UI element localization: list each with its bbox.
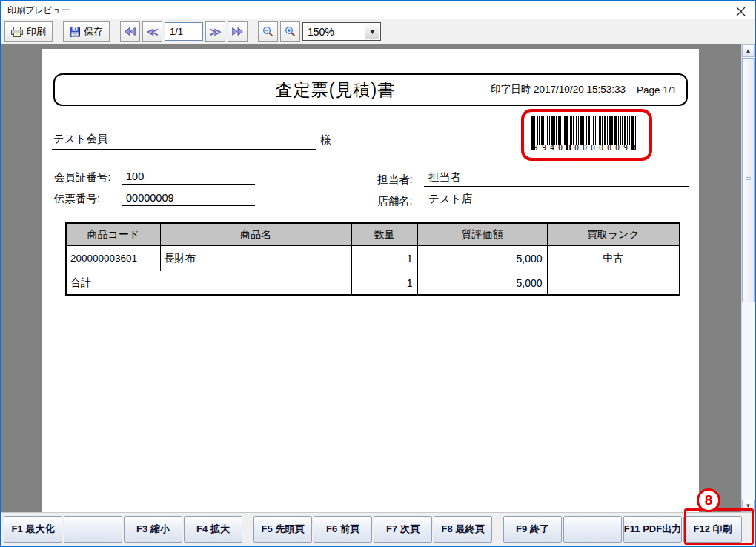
printer-icon — [11, 27, 23, 37]
page-number-field[interactable]: 1/1 — [165, 22, 203, 41]
combo-dropdown-arrow-icon[interactable]: ▼ — [365, 24, 379, 39]
fkey-f10-empty[interactable] — [563, 516, 622, 543]
document-page: 査定票(見積)書 印字日時 2017/10/20 15:53:33 Page 1… — [42, 49, 699, 512]
staff-label: 担当者: — [377, 173, 424, 187]
next-page-icon: ≫ — [210, 26, 222, 37]
print-preview-window: 印刷プレビュー 印刷 — [0, 0, 756, 547]
scrollbar-thumb-grip — [746, 177, 751, 183]
zoom-in-button[interactable] — [280, 21, 300, 42]
slip-no-value: 00000009 — [122, 192, 255, 206]
fkey-f1-maximize[interactable]: F1 最大化 — [4, 516, 62, 543]
preview-area: 査定票(見積)書 印字日時 2017/10/20 15:53:33 Page 1… — [1, 44, 755, 512]
scrollbar-down-arrow-icon[interactable]: ▼ — [742, 500, 755, 512]
document-header-box: 査定票(見積)書 印字日時 2017/10/20 15:53:33 Page 1… — [53, 73, 688, 106]
col-header-product-code: 商品コード — [66, 223, 160, 246]
total-quantity: 1 — [351, 271, 417, 296]
floppy-disk-icon — [70, 27, 80, 37]
cell-product-code: 200000003601 — [66, 246, 160, 271]
next-page-button[interactable]: ≫ — [205, 21, 225, 42]
save-button[interactable]: 保存 — [63, 21, 110, 42]
print-button-label: 印刷 — [27, 25, 46, 39]
honorific-label: 様 — [320, 133, 331, 147]
fkey-f6-prev-page[interactable]: F6 前頁 — [314, 516, 372, 543]
window-title: 印刷プレビュー — [7, 4, 70, 17]
col-header-product-name: 商品名 — [160, 223, 351, 246]
zoom-level-value: 150% — [308, 26, 334, 38]
barcode-highlight-annotation: 9940000000093 — [521, 109, 652, 161]
last-page-icon — [232, 27, 243, 36]
scrollbar-thumb[interactable] — [742, 58, 755, 302]
fkey-f8-last-page[interactable]: F8 最終頁 — [434, 516, 492, 543]
store-label: 店舗名: — [377, 194, 424, 208]
prev-page-icon: ≪ — [147, 26, 159, 37]
staff-value: 担当者 — [424, 170, 689, 187]
page-number-value: 1/1 — [170, 26, 183, 37]
cell-appraisal-value: 5,000 — [417, 246, 547, 271]
items-table: 商品コード 商品名 数量 質評価額 買取ランク 200000003601 長財布… — [65, 222, 680, 296]
barcode-digits: 9940000000093 — [534, 144, 640, 152]
col-header-purchase-rank: 買取ランク — [547, 223, 680, 246]
total-label: 合計 — [66, 271, 351, 296]
total-rank-empty-cell — [547, 271, 680, 296]
fkey-f4-zoom-in[interactable]: F4 拡大 — [184, 516, 242, 543]
cell-product-name: 長財布 — [160, 246, 351, 271]
member-name: テスト会員 — [53, 133, 108, 145]
document-meta: 印字日時 2017/10/20 15:53:33 Page 1/1 — [491, 75, 677, 105]
first-page-button[interactable] — [120, 21, 140, 42]
store-field: 店舗名: テスト店 — [377, 192, 689, 208]
table-row: 200000003601 長財布 1 5,000 中古 — [66, 246, 680, 271]
slip-no-label: 伝票番号: — [54, 192, 122, 206]
member-no-value: 100 — [122, 170, 255, 185]
prev-page-button[interactable]: ≪ — [142, 21, 162, 42]
fkey-f9-exit[interactable]: F9 終了 — [503, 516, 562, 543]
first-page-icon — [125, 27, 136, 36]
zoom-level-select[interactable]: 150% ▼ — [302, 22, 381, 41]
cell-quantity: 1 — [351, 246, 417, 271]
last-page-button[interactable] — [228, 21, 248, 42]
save-button-label: 保存 — [84, 25, 103, 39]
close-button[interactable] — [735, 5, 746, 17]
close-icon — [736, 7, 746, 16]
slip-no-field: 伝票番号: 00000009 — [54, 192, 255, 206]
title-bar: 印刷プレビュー — [1, 1, 755, 19]
zoom-out-icon — [262, 26, 273, 37]
fkey-f2-empty[interactable] — [64, 516, 122, 543]
store-value: テスト店 — [424, 192, 689, 208]
print-button[interactable]: 印刷 — [4, 21, 53, 42]
member-no-field: 会員証番号: 100 — [54, 170, 255, 185]
items-table-header-row: 商品コード 商品名 数量 質評価額 買取ランク — [66, 223, 680, 246]
toolbar: 印刷 保存 ≪ 1/1 ≫ — [1, 19, 755, 44]
print-datetime: 印字日時 2017/10/20 15:53:33 — [491, 83, 626, 96]
total-appraisal-value: 5,000 — [417, 271, 547, 296]
fkey-f3-zoom-out[interactable]: F3 縮小 — [124, 516, 182, 543]
function-key-bar: F1 最大化 F3 縮小 F4 拡大 F5 先頭頁 F6 前頁 F7 次頁 F8… — [1, 512, 755, 546]
col-header-appraisal-value: 質評価額 — [417, 223, 547, 246]
zoom-out-button[interactable] — [258, 21, 278, 42]
member-no-label: 会員証番号: — [54, 170, 122, 185]
member-name-line: テスト会員 — [52, 130, 316, 150]
col-header-quantity: 数量 — [351, 223, 417, 246]
fkey-f12-print[interactable]: F12 印刷 — [683, 516, 742, 543]
scrollbar-up-arrow-icon[interactable]: ▲ — [742, 44, 755, 57]
cell-purchase-rank: 中古 — [547, 246, 680, 271]
fkey-f7-next-page[interactable]: F7 次頁 — [374, 516, 432, 543]
table-total-row: 合計 1 5,000 — [66, 271, 680, 296]
fkey-f5-first-page[interactable]: F5 先頭頁 — [253, 516, 312, 543]
vertical-scrollbar[interactable]: ▲ ▼ — [741, 44, 755, 512]
fkey-f11-pdf-output[interactable]: F11 PDF出力 — [623, 516, 682, 543]
staff-field: 担当者: 担当者 — [377, 170, 689, 187]
zoom-in-icon — [285, 26, 296, 37]
page-indicator: Page 1/1 — [637, 84, 677, 96]
